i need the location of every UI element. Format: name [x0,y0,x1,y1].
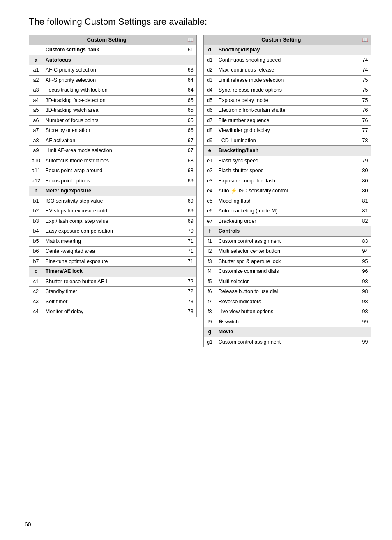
row-page: 99 [359,337,371,347]
row-name: Focus tracking with lock-on [43,85,184,96]
row-name: Focus point wrap-around [43,166,184,176]
row-page: 69 [184,216,197,226]
row-code: f2 [203,247,216,257]
row-page: 69 [184,196,197,206]
row-name: Max. continuous release [216,65,359,76]
row-code: c2 [29,287,43,297]
row-name: Standby timer [43,287,184,297]
row-name: Easy exposure compensation [43,226,184,237]
row-code: e1 [203,156,216,166]
row-code: e4 [203,186,216,196]
row-page: 68 [184,166,197,176]
row-code: d7 [203,115,216,126]
row-code: d2 [203,65,216,76]
row-code: d6 [203,106,216,116]
row-name: Live view button options [216,307,359,317]
row-page: 68 [184,156,197,166]
row-code: f4 [203,267,216,277]
row-code: a5 [29,106,43,116]
row-page: 71 [184,236,197,247]
row-code: b3 [29,216,43,226]
row-name: Self-timer [43,297,184,307]
section-page [359,327,371,337]
row-name: Customize command dials [216,267,359,277]
row-name: File number sequence [216,115,359,126]
page-title: The following Custom Settings are availa… [29,16,371,27]
row-name: Bracketing order [216,216,359,226]
row-code: b2 [29,206,43,217]
row-name: Auto bracketing (mode M) [216,206,359,217]
row-name: Fine-tune optimal exposure [43,256,184,267]
section-label: Timers/AE lock [43,267,184,277]
section-page [359,45,371,55]
row-code: c4 [29,307,43,317]
row-page: 80 [359,166,371,176]
row-name: Store by orientation [43,126,184,136]
row-name: 3D-tracking watch area [43,106,184,116]
row-code: e6 [203,206,216,217]
row-code: a2 [29,75,43,85]
left-table: Custom Setting 📖 Custom settings bank 61… [29,35,197,317]
row-name: Flash sync speed [216,156,359,166]
row-name: Shutter spd & aperture lock [216,256,359,267]
row-name: Flash shutter speed [216,166,359,176]
row-page: 99 [359,317,371,327]
section-page [184,186,197,196]
row-page: 98 [359,277,371,287]
row-code: d3 [203,75,216,85]
row-page: 64 [184,75,197,85]
left-header: Custom Setting [29,35,184,45]
row-code: a9 [29,146,43,156]
row-page: 83 [359,236,371,247]
row-code: d5 [203,95,216,106]
section-label: Metering/exposure [43,186,184,196]
row-code: b5 [29,236,43,247]
row-code: f3 [203,256,216,267]
row-page: 98 [359,307,371,317]
row-code: a1 [29,65,43,76]
row-code: d9 [203,136,216,146]
row-code: g1 [203,337,216,347]
section-page [359,226,371,237]
row-name: Focus point options [43,176,184,186]
row-page: 80 [359,186,371,196]
row-page: 69 [184,206,197,217]
section-code: c [29,267,43,277]
section-page [359,146,371,156]
row-name: AF-C priority selection [43,65,184,76]
row-page: 65 [184,95,197,106]
section-code: d [203,45,216,55]
row-page: 95 [359,256,371,267]
row-name: ❋ switch [216,317,359,327]
section-label: Movie [216,327,359,337]
row-code: f1 [203,236,216,247]
row-page: 67 [184,146,197,156]
row-name: Matrix metering [43,236,184,247]
row-page: 74 [359,65,371,76]
row-code: b4 [29,226,43,237]
row-page: 66 [184,126,197,136]
row-code: a11 [29,166,43,176]
row-page: 74 [359,55,371,65]
row-page: 77 [359,126,371,136]
row-name: ISO sensitivity step value [43,196,184,206]
right-book-icon: 📖 [359,35,371,45]
row-page: 71 [184,247,197,257]
row-page: 64 [184,85,197,96]
row-page: 73 [184,297,197,307]
row-code: d1 [203,55,216,65]
row-code: f7 [203,297,216,307]
row-name: Number of focus points [43,115,184,126]
page-number: 60 [25,521,31,528]
row-code: a6 [29,115,43,126]
row-name: Limit release mode selection [216,75,359,85]
row-name: Continuous shooting speed [216,55,359,65]
row-page: 78 [359,136,371,146]
row-code: c3 [29,297,43,307]
row-name: LCD illumination [216,136,359,146]
section-label: Controls [216,226,359,237]
row-name: Shutter-release button AE-L [43,277,184,287]
row-page: 65 [184,106,197,116]
row-name: Multi selector center button [216,247,359,257]
section-label: Autofocus [43,55,184,65]
